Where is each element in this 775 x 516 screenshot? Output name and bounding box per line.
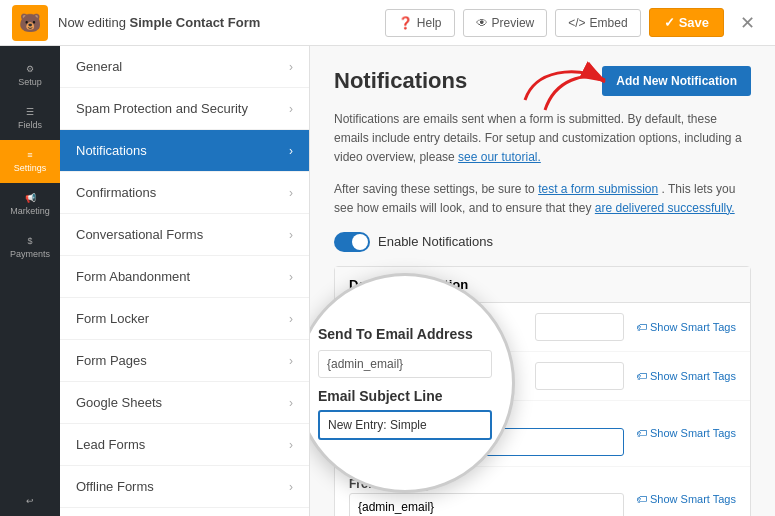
menu-item-label: Confirmations — [76, 185, 156, 200]
toggle-label: Enable Notifications — [378, 234, 493, 249]
menu-item-confirmations[interactable]: Confirmations › — [60, 172, 309, 214]
chevron-icon: › — [289, 438, 293, 452]
main-layout: ⚙ Setup ☰ Fields ≡ Settings 📢 Marketing … — [0, 46, 775, 516]
embed-button[interactable]: </> Embed — [555, 9, 640, 37]
menu-item-pages[interactable]: Form Pages › — [60, 340, 309, 382]
subject-input[interactable] — [535, 362, 624, 390]
menu-item-conversational[interactable]: Conversational Forms › — [60, 214, 309, 256]
top-bar: 🐻 Now editing Simple Contact Form ❓ Help… — [0, 0, 775, 46]
send-to-input[interactable] — [535, 313, 624, 341]
sidebar-item-history[interactable]: ↩ — [0, 486, 60, 516]
delivered-link[interactable]: are delivered successfully. — [595, 201, 735, 215]
settings-icon: ≡ — [27, 150, 32, 160]
smart-tags-link-1[interactable]: 🏷 Show Smart Tags — [636, 321, 736, 333]
chevron-icon: › — [289, 270, 293, 284]
save-button[interactable]: ✓ Save — [649, 8, 724, 37]
sidebar-item-payments[interactable]: $ Payments — [0, 226, 60, 269]
chevron-icon: › — [289, 144, 293, 158]
notification-card: Default Notification Send To Email Addre… — [334, 266, 751, 516]
test-submission-link[interactable]: test a form submission — [538, 182, 658, 196]
fields-label: Fields — [18, 120, 42, 130]
toggle-row: Enable Notifications — [334, 232, 751, 252]
info-text-1: Notifications are emails sent when a for… — [334, 110, 751, 168]
smart-tags-col-3: 🏷 Show Smart Tags — [624, 427, 736, 439]
menu-item-label: Form Abandonment — [76, 269, 190, 284]
menu-item-submissions[interactable]: Post Submissions › — [60, 508, 309, 516]
menu-item-general[interactable]: General › — [60, 46, 309, 88]
chevron-icon: › — [289, 480, 293, 494]
smart-tags-link-4[interactable]: 🏷 Show Smart Tags — [636, 493, 736, 505]
menu-item-label: Notifications — [76, 143, 147, 158]
setup-icon: ⚙ — [26, 64, 34, 74]
menu-item-locker[interactable]: Form Locker › — [60, 298, 309, 340]
menu-item-spam[interactable]: Spam Protection and Security › — [60, 88, 309, 130]
content-header: Notifications Add New Notification — [334, 66, 751, 96]
tag-icon-4: 🏷 — [636, 493, 647, 505]
menu-item-label: Conversational Forms — [76, 227, 203, 242]
tag-icon-1: 🏷 — [636, 321, 647, 333]
zoom-send-to-input[interactable] — [318, 350, 492, 378]
add-notification-button[interactable]: Add New Notification — [602, 66, 751, 96]
zoom-subject-input[interactable] — [318, 410, 492, 440]
app-logo: 🐻 — [12, 5, 48, 41]
arrow-decoration — [515, 60, 615, 110]
from-email-input[interactable] — [349, 493, 624, 516]
zoom-subject-label: Email Subject Line — [318, 388, 492, 404]
help-icon: ❓ — [398, 16, 413, 30]
subject-col — [535, 362, 624, 390]
menu-item-notifications[interactable]: Notifications › — [60, 130, 309, 172]
tag-icon-2: 🏷 — [636, 370, 647, 382]
settings-label: Settings — [14, 163, 47, 173]
code-icon: </> — [568, 16, 585, 30]
menu-item-label: Spam Protection and Security — [76, 101, 248, 116]
marketing-label: Marketing — [10, 206, 50, 216]
smart-tags-link-2[interactable]: 🏷 Show Smart Tags — [636, 370, 736, 382]
chevron-icon: › — [289, 396, 293, 410]
preview-button[interactable]: 👁 Preview — [463, 9, 548, 37]
enable-notifications-toggle[interactable] — [334, 232, 370, 252]
tutorial-link[interactable]: see our tutorial. — [458, 150, 541, 164]
smart-tags-link-3[interactable]: 🏷 Show Smart Tags — [636, 427, 736, 439]
payments-icon: $ — [27, 236, 32, 246]
menu-item-sheets[interactable]: Google Sheets › — [60, 382, 309, 424]
smart-tags-col-2: 🏷 Show Smart Tags — [624, 370, 736, 382]
icon-sidebar: ⚙ Setup ☰ Fields ≡ Settings 📢 Marketing … — [0, 46, 60, 516]
smart-tags-col-4: 🏷 Show Smart Tags — [624, 493, 736, 505]
chevron-icon: › — [289, 228, 293, 242]
sidebar-item-fields[interactable]: ☰ Fields — [0, 97, 60, 140]
smart-tags-col-1: 🏷 Show Smart Tags — [624, 321, 736, 333]
chevron-icon: › — [289, 186, 293, 200]
zoom-send-to-label: Send To Email Address — [318, 326, 492, 342]
history-icon: ↩ — [26, 496, 34, 506]
card-body: Send To Email Address Email Subject Line… — [335, 303, 750, 516]
menu-item-offline[interactable]: Offline Forms › — [60, 466, 309, 508]
send-to-col — [535, 313, 624, 341]
sidebar-item-setup[interactable]: ⚙ Setup — [0, 54, 60, 97]
menu-item-abandonment[interactable]: Form Abandonment › — [60, 256, 309, 298]
menu-item-label: Offline Forms — [76, 479, 154, 494]
setup-label: Setup — [18, 77, 42, 87]
page-title: Notifications — [334, 68, 467, 94]
content-area: Notifications Add New Notification Notif… — [310, 46, 775, 516]
sidebar-item-settings[interactable]: ≡ Settings — [0, 140, 60, 183]
preview-icon: 👁 — [476, 16, 488, 30]
fields-icon: ☰ — [26, 107, 34, 117]
checkmark-icon: ✓ — [664, 15, 675, 30]
top-bar-actions: ❓ Help 👁 Preview </> Embed ✓ Save ✕ — [385, 8, 763, 38]
info-text-2: After saving these settings, be sure to … — [334, 180, 751, 218]
chevron-icon: › — [289, 102, 293, 116]
menu-item-label: Google Sheets — [76, 395, 162, 410]
help-button[interactable]: ❓ Help — [385, 9, 455, 37]
tag-icon-3: 🏷 — [636, 427, 647, 439]
menu-sidebar: General › Spam Protection and Security ›… — [60, 46, 310, 516]
chevron-icon: › — [289, 312, 293, 326]
chevron-icon: › — [289, 60, 293, 74]
marketing-icon: 📢 — [25, 193, 36, 203]
editing-label: Now editing Simple Contact Form — [58, 15, 375, 30]
menu-item-lead[interactable]: Lead Forms › — [60, 424, 309, 466]
close-button[interactable]: ✕ — [732, 8, 763, 38]
payments-label: Payments — [10, 249, 50, 259]
chevron-icon: › — [289, 354, 293, 368]
sidebar-item-marketing[interactable]: 📢 Marketing — [0, 183, 60, 226]
menu-item-label: Lead Forms — [76, 437, 145, 452]
